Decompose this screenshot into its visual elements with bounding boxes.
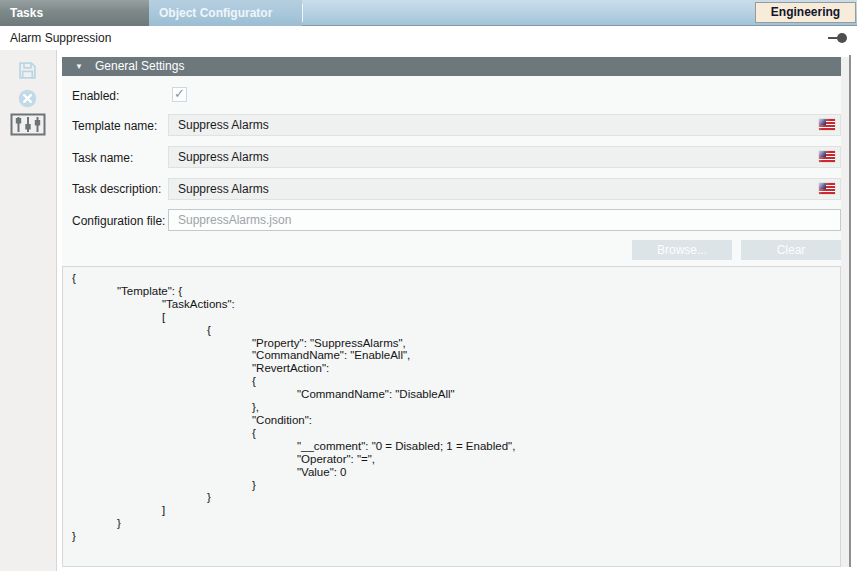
task-description-value: Suppress Alarms (178, 182, 269, 196)
configuration-file-value: SuppressAlarms.json (178, 213, 291, 227)
template-name-input[interactable]: Suppress Alarms (168, 114, 841, 136)
chevron-down-icon: ▼ (75, 57, 83, 76)
general-settings-title: General Settings (95, 57, 184, 76)
tab-tasks-label: Tasks (10, 6, 43, 20)
window-edge-divider[interactable] (849, 55, 851, 567)
template-name-value: Suppress Alarms (178, 118, 269, 132)
checkmark-icon: ✓ (174, 86, 185, 101)
page-title: Alarm Suppression (10, 31, 111, 45)
sliders-icon (10, 122, 46, 139)
task-description-input[interactable]: Suppress Alarms (168, 178, 841, 200)
task-description-label: Task description: (72, 182, 161, 196)
pin-icon[interactable] (828, 33, 847, 43)
sidebar-toolbar (0, 50, 57, 571)
pin-head (837, 33, 847, 43)
general-settings-form: Enabled: ✓ Template name: Suppress Alarm… (62, 76, 841, 266)
cancel-button[interactable] (17, 88, 38, 113)
us-flag-icon[interactable] (819, 183, 835, 194)
settings-sliders-button[interactable] (10, 113, 46, 140)
task-name-label: Task name: (72, 151, 133, 165)
configuration-json-code: { "Template": { "TaskActions": [ { "Prop… (63, 267, 840, 543)
engineering-button[interactable]: Engineering (755, 2, 856, 23)
cancel-circle-x-icon (17, 95, 38, 112)
save-button[interactable] (17, 60, 38, 85)
top-tab-bar: Tasks Object Configurator Engineering (0, 0, 857, 26)
clear-button[interactable]: Clear (741, 240, 841, 260)
browse-button[interactable]: Browse... (632, 240, 732, 260)
us-flag-icon[interactable] (819, 151, 835, 162)
task-name-value: Suppress Alarms (178, 150, 269, 164)
configuration-file-label: Configuration file: (72, 214, 165, 228)
general-settings-header[interactable]: ▼ General Settings (62, 57, 841, 76)
tab-separator (302, 4, 303, 22)
configuration-json-editor[interactable]: { "Template": { "TaskActions": [ { "Prop… (62, 266, 841, 567)
configuration-file-input[interactable]: SuppressAlarms.json (168, 209, 841, 231)
tab-object-configurator[interactable]: Object Configurator (149, 0, 302, 26)
enabled-checkbox[interactable]: ✓ (172, 87, 187, 102)
right-gutter (841, 57, 849, 567)
save-icon (17, 67, 38, 84)
task-name-input[interactable]: Suppress Alarms (168, 146, 841, 168)
template-name-label: Template name: (72, 119, 157, 133)
tab-tasks[interactable]: Tasks (0, 0, 149, 26)
tab-object-configurator-label: Object Configurator (159, 6, 272, 20)
enabled-label: Enabled: (72, 89, 119, 103)
us-flag-icon[interactable] (819, 119, 835, 130)
